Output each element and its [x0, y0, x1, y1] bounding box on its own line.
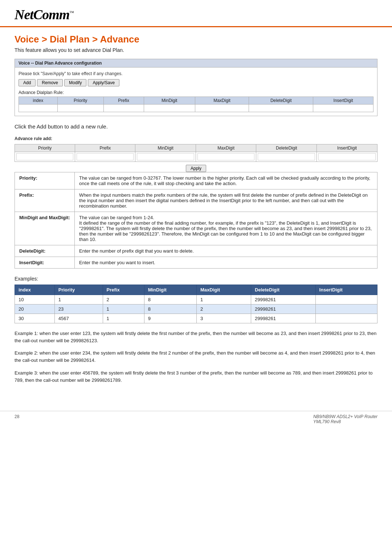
- dialplan-table: index Priority Prefix MinDigit MaxDigit …: [19, 97, 373, 112]
- remove-button[interactable]: Remove: [37, 79, 63, 86]
- desc-prefix: Prefix: When the input numbers match the…: [15, 189, 377, 212]
- add-col-deletedigit: DeleteDigit: [256, 144, 317, 152]
- rule-add-table: Priority Prefix MinDigit MaxDigit Delete…: [15, 144, 377, 162]
- desc-minmax: MinDigit and MaxDigit: The value can be …: [15, 212, 377, 245]
- apply-row: Apply: [15, 165, 377, 172]
- desc-insertdigit-label: InsertDigit:: [15, 257, 75, 269]
- empty-row: [19, 105, 373, 112]
- col-maxdigit: MaxDigit: [195, 97, 249, 105]
- example-cell-0-3: 8: [144, 295, 196, 304]
- desc-deletedigit-label: DeleteDigit:: [15, 245, 75, 257]
- input-priority[interactable]: [16, 153, 73, 160]
- ex-col-maxdigit: MaxDigit: [196, 285, 251, 295]
- add-col-insertdigit: InsertDigit: [317, 144, 377, 152]
- desc-prefix-label: Prefix:: [15, 189, 75, 212]
- example-cell-2-5: 29998261: [251, 314, 316, 323]
- col-insertdigit: InsertDigit: [313, 97, 373, 105]
- button-row: Add Remove Modify Apply/Save: [19, 79, 373, 86]
- example-cell-0-4: 1: [196, 295, 251, 304]
- example-cell-0-5: 29998261: [251, 295, 316, 304]
- example-cell-1-2: 1: [103, 304, 144, 314]
- example-row-0: 10128129998261: [15, 295, 377, 304]
- description-table: Priority: The value can be ranged from 0…: [15, 172, 377, 269]
- logo: NetComm™: [15, 7, 377, 23]
- col-mindigit: MinDigit: [144, 97, 195, 105]
- footer-page: 28: [15, 414, 19, 424]
- ex-col-index: index: [15, 285, 55, 295]
- save-note: Please tick "Save/Apply" to take effect …: [19, 71, 373, 76]
- example-cell-0-0: 10: [15, 295, 55, 304]
- col-priority: Priority: [57, 97, 103, 105]
- desc-priority-label: Priority:: [15, 172, 75, 189]
- col-prefix: Prefix: [103, 97, 144, 105]
- ex-col-mindigit: MinDigit: [144, 285, 196, 295]
- col-deletedigit: DeleteDigit: [249, 97, 313, 105]
- input-maxdigit[interactable]: [197, 153, 255, 160]
- apply-save-button[interactable]: Apply/Save: [88, 79, 119, 86]
- ex-col-priority: Priority: [54, 285, 103, 295]
- desc-insertdigit-text: Enter the number you want to insert.: [75, 257, 377, 269]
- desc-priority-text: The value can be ranged from 0-32767. Th…: [75, 172, 377, 189]
- ex-col-deletedigit: DeleteDigit: [251, 285, 316, 295]
- example-para-3: Example 3: when the user enter 456789, t…: [15, 369, 377, 384]
- desc-insertdigit: InsertDigit: Enter the number you want t…: [15, 257, 377, 269]
- example-cell-1-0: 20: [15, 304, 55, 314]
- page-title: Voice > Dial Plan > Advance: [0, 27, 392, 47]
- logo-text: NetComm: [15, 7, 69, 22]
- add-button[interactable]: Add: [19, 79, 36, 86]
- example-cell-2-2: 1: [103, 314, 144, 323]
- col-index: index: [19, 97, 58, 105]
- footer: 28 NB9/NB9W ADSL2+ VoIP RouterYML790 Rev…: [0, 411, 392, 427]
- click-add-text: Click the Add button to add a new rule.: [15, 123, 377, 130]
- example-para-2: Example 2: when the user enter 234, the …: [15, 349, 377, 364]
- example-cell-0-6: [315, 295, 377, 304]
- add-col-priority: Priority: [15, 144, 75, 152]
- example-cell-2-6: [315, 314, 377, 323]
- example-cell-1-1: 23: [54, 304, 103, 314]
- example-cell-0-2: 2: [103, 295, 144, 304]
- config-body: Please tick "Save/Apply" to take effect …: [15, 68, 377, 116]
- config-section: Voice -- Dial Plan Advance configuration…: [15, 59, 377, 116]
- apply-button[interactable]: Apply: [186, 165, 206, 172]
- example-cell-1-5: 29998261: [251, 304, 316, 314]
- example-cell-2-4: 3: [196, 314, 251, 323]
- desc-priority: Priority: The value can be ranged from 0…: [15, 172, 377, 189]
- desc-minmax-text: The value can be ranged from 1-24.It def…: [75, 212, 377, 245]
- example-row-1: 202318229998261: [15, 304, 377, 314]
- add-col-prefix: Prefix: [75, 144, 135, 152]
- dialplan-label: Advance Dialplan Rule:: [19, 90, 373, 95]
- modify-button[interactable]: Modify: [64, 79, 86, 86]
- config-title: Voice -- Dial Plan Advance configuration: [15, 59, 377, 68]
- example-cell-2-0: 30: [15, 314, 55, 323]
- footer-product: NB9/NB9W ADSL2+ VoIP RouterYML790 Rev8: [313, 414, 377, 424]
- example-cell-0-1: 1: [54, 295, 103, 304]
- ex-col-prefix: Prefix: [103, 285, 144, 295]
- logo-tm: ™: [69, 10, 74, 15]
- examples-table: index Priority Prefix MinDigit MaxDigit …: [15, 285, 377, 323]
- example-row-2: 30456719329998261: [15, 314, 377, 323]
- input-prefix[interactable]: [77, 153, 134, 160]
- desc-prefix-text: When the input numbers match the prefix …: [75, 189, 377, 212]
- example-cell-1-3: 8: [144, 304, 196, 314]
- main-content: This feature allows you to set advance D…: [0, 47, 392, 404]
- desc-deletedigit-text: Enter the number of prefix digit that yo…: [75, 245, 377, 257]
- rule-add-section: Advance rule add: Priority Prefix MinDig…: [15, 136, 377, 172]
- example-cell-1-6: [315, 304, 377, 314]
- add-col-mindigit: MinDigit: [135, 144, 196, 152]
- desc-deletedigit: DeleteDigit: Enter the number of prefix …: [15, 245, 377, 257]
- input-deletedigit[interactable]: [258, 153, 315, 160]
- header: NetComm™: [0, 0, 392, 27]
- example-cell-2-3: 9: [144, 314, 196, 323]
- ex-col-insertdigit: InsertDigit: [315, 285, 377, 295]
- add-input-row: [15, 152, 377, 162]
- examples-label: Examples:: [15, 276, 377, 282]
- intro-text: This feature allows you to set advance D…: [15, 47, 377, 53]
- add-col-maxdigit: MaxDigit: [196, 144, 256, 152]
- input-mindigit[interactable]: [137, 153, 194, 160]
- example-cell-1-4: 2: [196, 304, 251, 314]
- rule-add-title: Advance rule add:: [15, 136, 377, 141]
- example-cell-2-1: 4567: [54, 314, 103, 323]
- desc-minmax-label: MinDigit and MaxDigit:: [15, 212, 75, 245]
- input-insertdigit[interactable]: [318, 153, 376, 160]
- example-para-1: Example 1: when the user enter 123, the …: [15, 330, 377, 344]
